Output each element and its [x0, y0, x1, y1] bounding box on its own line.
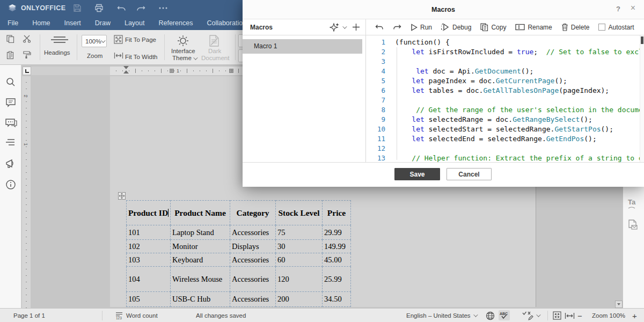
- language-selector[interactable]: English – United States: [406, 309, 477, 322]
- text-art-settings-icon[interactable]: Ta: [628, 198, 635, 209]
- code-line[interactable]: 2 let isFirstRowIncluded = true; // Set …: [366, 47, 644, 57]
- table-cell[interactable]: Accessories: [230, 225, 276, 240]
- rename-button[interactable]: Rename: [515, 24, 552, 31]
- undo-button[interactable]: [375, 24, 384, 31]
- code-line[interactable]: 4 let doc = Api.GetDocument();: [366, 67, 644, 76]
- help-button[interactable]: ?: [616, 5, 620, 13]
- table-header-cell[interactable]: Product ID: [127, 201, 171, 225]
- track-changes-button[interactable]: [522, 309, 539, 322]
- tab-layout[interactable]: Layout: [125, 19, 145, 27]
- table-column-grip[interactable]: [229, 69, 233, 73]
- page-indicator[interactable]: Page 1 of 1: [13, 309, 45, 322]
- search-icon[interactable]: [5, 77, 16, 87]
- dialog-title-bar[interactable]: Macros ? ×: [243, 0, 644, 19]
- copy-button[interactable]: Copy: [480, 23, 506, 31]
- feedback-icon[interactable]: [5, 158, 16, 169]
- format-painter-icon[interactable]: [23, 50, 31, 59]
- chat-icon[interactable]: [5, 118, 16, 128]
- tab-file[interactable]: File: [8, 19, 18, 27]
- tab-collaboration[interactable]: Collaboration: [207, 19, 246, 27]
- tab-stop-selector[interactable]: [23, 67, 31, 75]
- fit-to-page-icon[interactable]: [114, 35, 123, 44]
- headings-icon[interactable]: [50, 36, 69, 45]
- code-line[interactable]: 3: [366, 57, 644, 67]
- code-line[interactable]: 7: [366, 96, 644, 105]
- code-editor[interactable]: 1(function() {2 let isFirstRowIncluded =…: [366, 35, 644, 162]
- save-button[interactable]: Save: [394, 168, 440, 180]
- scrollbar-thumb[interactable]: [641, 36, 643, 44]
- table-cell[interactable]: 102: [127, 240, 171, 253]
- table-cell[interactable]: 120: [276, 267, 323, 292]
- table-column-grip[interactable]: [170, 69, 174, 73]
- table-cell[interactable]: Accessories: [230, 267, 276, 292]
- code-line[interactable]: 13 // Helper function: Extract the prefi…: [366, 153, 644, 162]
- table-row[interactable]: 105USB-C HubAccessories20034.50: [127, 292, 351, 307]
- table-row[interactable]: 104Wireless MouseAccessories12025.99: [127, 267, 351, 292]
- spellcheck-button[interactable]: ABC: [499, 310, 510, 320]
- table-cell[interactable]: 75: [276, 225, 323, 240]
- debug-button[interactable]: Debug: [441, 23, 471, 31]
- headings-label[interactable]: Headings: [44, 49, 70, 56]
- cut-icon[interactable]: [23, 35, 32, 43]
- table-cell[interactable]: Accessories: [230, 292, 276, 307]
- autostart-checkbox[interactable]: Autostart: [598, 24, 634, 31]
- about-icon[interactable]: [5, 179, 16, 190]
- table-cell[interactable]: Laptop Stand: [171, 225, 230, 240]
- undo-icon[interactable]: [115, 2, 128, 14]
- code-line[interactable]: 1(function() {: [366, 38, 644, 47]
- macro-list-item[interactable]: Macro 1: [243, 39, 362, 54]
- add-macro-icon[interactable]: [352, 23, 360, 31]
- fit-to-width-label[interactable]: Fit To Width: [125, 54, 158, 60]
- table-cell[interactable]: 105: [127, 292, 171, 307]
- macro-list[interactable]: Macro 1: [243, 35, 366, 162]
- table-cell[interactable]: 60: [276, 253, 323, 267]
- table-row[interactable]: 103KeyboardAccessories6045.00: [127, 253, 351, 267]
- redo-icon[interactable]: [134, 2, 147, 14]
- table-row[interactable]: 102MonitorDisplays30149.99: [127, 240, 351, 253]
- redo-button[interactable]: [393, 24, 401, 31]
- code-line[interactable]: 6 let tables = doc.GetAllTablesOnPage(pa…: [366, 86, 644, 96]
- cancel-button[interactable]: Cancel: [447, 168, 492, 180]
- table-cell[interactable]: 101: [127, 225, 171, 240]
- table-header-cell[interactable]: Category: [230, 201, 276, 225]
- zoom-select[interactable]: 100%: [82, 35, 107, 47]
- interface-theme-icon[interactable]: [177, 34, 189, 47]
- word-count-button[interactable]: 123 Word count: [115, 309, 158, 322]
- tab-insert[interactable]: Insert: [64, 19, 81, 27]
- table-cell[interactable]: 149.99: [323, 240, 351, 253]
- code-scrollbar[interactable]: [640, 35, 644, 162]
- table-cell[interactable]: Accessories: [230, 253, 276, 267]
- product-table[interactable]: Product IDProduct NameCategoryStock Leve…: [126, 200, 351, 307]
- tab-draw[interactable]: Draw: [95, 19, 111, 27]
- table-cell[interactable]: Keyboard: [171, 253, 230, 267]
- navigation-icon[interactable]: [5, 138, 16, 149]
- table-cell[interactable]: USB-C Hub: [171, 292, 230, 307]
- tab-home[interactable]: Home: [32, 19, 50, 27]
- zoom-out-button[interactable]: −: [577, 309, 582, 322]
- zoom-in-button[interactable]: +: [632, 309, 637, 322]
- table-cell[interactable]: 45.00: [323, 253, 351, 267]
- code-line[interactable]: 10 let selectedStart = selectedRange.Get…: [366, 125, 644, 134]
- copy-icon[interactable]: [6, 35, 14, 43]
- indent-marker[interactable]: [123, 66, 129, 77]
- close-icon[interactable]: ×: [631, 3, 635, 13]
- fit-page-button[interactable]: [553, 309, 561, 322]
- more-icon[interactable]: [157, 2, 170, 14]
- fit-width-button[interactable]: [565, 309, 575, 322]
- code-line[interactable]: 5 let pageIndex = doc.GetCurrentPage();: [366, 76, 644, 86]
- table-cell[interactable]: 25.99: [323, 267, 351, 292]
- code-line[interactable]: 9 let selectedRange = doc.GetRangeBySele…: [366, 115, 644, 125]
- table-cell[interactable]: 103: [127, 253, 171, 267]
- set-language-button[interactable]: [486, 309, 495, 322]
- zoom-level[interactable]: Zoom 100%: [592, 309, 625, 322]
- interface-theme-label-1[interactable]: Interface: [171, 48, 195, 54]
- table-cell[interactable]: Displays: [230, 240, 276, 253]
- table-header-cell[interactable]: Stock Level: [276, 201, 323, 225]
- comments-icon[interactable]: [5, 97, 16, 108]
- print-icon[interactable]: [92, 2, 105, 14]
- table-header-cell[interactable]: Product Name: [171, 201, 230, 225]
- fit-to-page-label[interactable]: Fit To Page: [125, 36, 156, 43]
- fit-to-width-icon[interactable]: [114, 52, 123, 59]
- run-button[interactable]: Run: [411, 24, 432, 31]
- paste-icon[interactable]: [6, 51, 14, 60]
